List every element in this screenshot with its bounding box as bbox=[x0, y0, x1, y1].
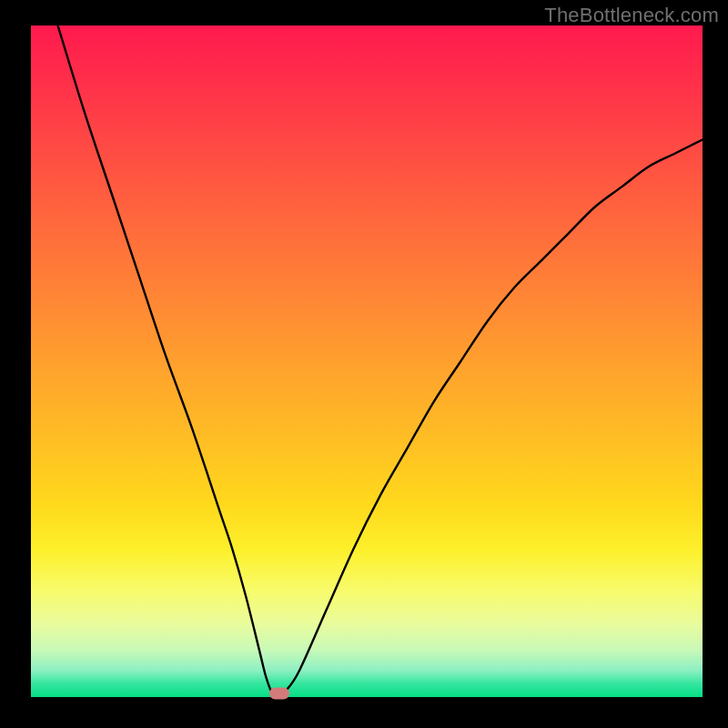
chart-frame: TheBottleneck.com bbox=[0, 0, 728, 728]
plot-area bbox=[31, 25, 703, 697]
watermark-text: TheBottleneck.com bbox=[544, 4, 719, 27]
optimal-point-marker bbox=[269, 688, 289, 700]
bottleneck-curve bbox=[31, 25, 703, 697]
